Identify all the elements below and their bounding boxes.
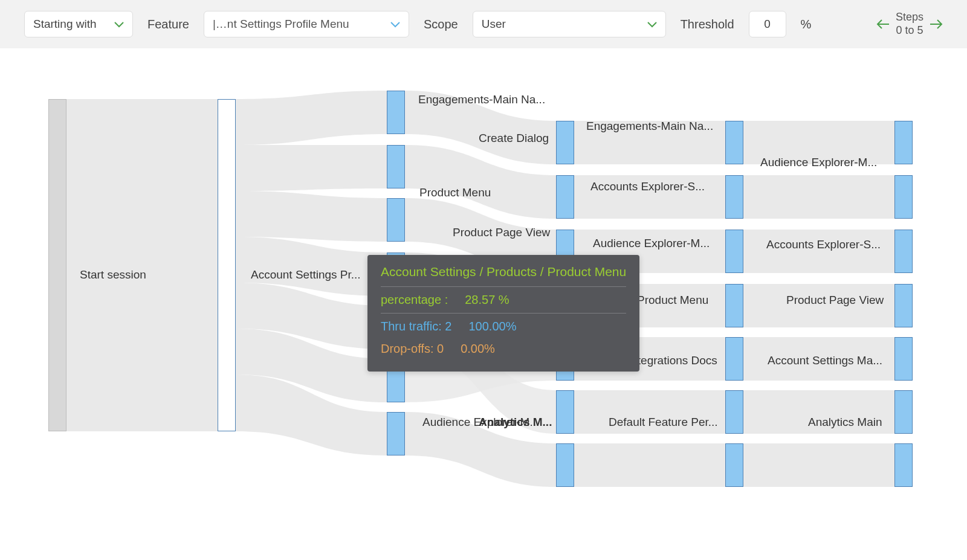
starting-label: Starting with <box>33 18 97 31</box>
sankey-node-label: Default Feature Per... <box>609 416 718 429</box>
sankey-node[interactable] <box>556 390 574 434</box>
steps-range: 0 to 5 <box>896 24 923 37</box>
tooltip-drop-pct: 0.00% <box>461 342 495 356</box>
sankey-node-label: Engagements-Main Na... <box>418 93 545 106</box>
sankey-node-label: Start session <box>80 268 146 282</box>
scope-value: User <box>482 18 506 31</box>
chevron-down-icon <box>390 18 400 31</box>
sankey-node[interactable] <box>387 412 405 455</box>
sankey-node-label: Engagements-Main Na... <box>586 120 713 133</box>
sankey-node[interactable] <box>725 121 743 164</box>
threshold-value: 0 <box>764 18 771 31</box>
toolbar: Starting with Feature |…nt Settings Prof… <box>0 0 967 48</box>
steps-label: Steps <box>896 11 923 24</box>
feature-label: Feature <box>147 18 189 31</box>
sankey-node-label: Account Settings Ma... <box>768 354 882 367</box>
tooltip-title: Account Settings / Products / Product Me… <box>381 265 626 279</box>
sankey-node[interactable] <box>725 175 743 219</box>
sankey-node-label: Product Menu <box>637 294 708 307</box>
sankey-node[interactable] <box>894 175 913 219</box>
threshold-label: Threshold <box>681 18 734 31</box>
sankey-node[interactable] <box>556 443 574 487</box>
sankey-node[interactable] <box>387 198 405 242</box>
sankey-canvas: Start sessionAccount Settings Pr...Engag… <box>0 48 967 560</box>
sankey-node[interactable] <box>725 230 743 273</box>
tooltip-percentage-value: 28.57 % <box>465 293 509 307</box>
starting-dropdown[interactable]: Starting with <box>24 11 133 37</box>
sankey-node-label: Product Page View <box>786 294 884 307</box>
scope-dropdown[interactable]: User <box>473 11 666 37</box>
tooltip-thru-pct: 100.00% <box>468 320 516 333</box>
sankey-node[interactable] <box>894 390 913 434</box>
sankey-node[interactable] <box>725 337 743 381</box>
sankey-node-label: Analytics M... <box>479 416 552 429</box>
sankey-node-label: Accounts Explorer-S... <box>766 238 881 251</box>
sankey-node[interactable] <box>387 91 405 134</box>
sankey-node[interactable] <box>894 284 913 327</box>
sankey-node[interactable] <box>725 284 743 327</box>
sankey-node[interactable] <box>894 121 913 164</box>
sankey-node[interactable] <box>894 337 913 381</box>
scope-label: Scope <box>424 18 458 31</box>
sankey-node[interactable] <box>894 230 913 273</box>
sankey-node[interactable] <box>218 99 236 431</box>
sankey-node-label: Audience Explorer-M... <box>593 237 710 250</box>
sankey-node-label: Account Settings Pr... <box>251 268 361 282</box>
tooltip-thru-label: Thru traffic: 2 <box>381 320 451 333</box>
sankey-node[interactable] <box>725 390 743 434</box>
tooltip-percentage-label: percentage : <box>381 293 448 307</box>
sankey-node-label: Integrations Docs <box>628 354 717 367</box>
sankey-node-label: Product Page View <box>453 226 550 239</box>
sankey-node[interactable] <box>48 99 66 431</box>
sankey-node[interactable] <box>556 121 574 164</box>
threshold-unit: % <box>801 18 812 31</box>
node-tooltip: Account Settings / Products / Product Me… <box>367 255 639 372</box>
steps-control: Steps 0 to 5 <box>876 11 943 37</box>
sankey-node-label: Create Dialog <box>479 132 549 145</box>
sankey-node[interactable] <box>894 443 913 487</box>
chevron-down-icon <box>114 18 124 31</box>
sankey-node[interactable] <box>556 175 574 219</box>
tooltip-drop-label: Drop-offs: 0 <box>381 342 444 356</box>
chevron-down-icon <box>647 18 657 31</box>
steps-prev-arrow[interactable] <box>876 18 890 31</box>
sankey-node[interactable] <box>387 145 405 188</box>
steps-next-arrow[interactable] <box>930 18 943 31</box>
sankey-node-label: Analytics Main <box>808 416 882 429</box>
sankey-node-label: Accounts Explorer-S... <box>590 180 705 193</box>
sankey-node[interactable] <box>725 443 743 487</box>
feature-value: |…nt Settings Profile Menu <box>213 18 386 31</box>
sankey-node-label: Audience Explorer-M... <box>760 156 877 169</box>
threshold-input[interactable]: 0 <box>749 11 786 37</box>
sankey-node-label: Product Menu <box>419 186 491 199</box>
feature-dropdown[interactable]: |…nt Settings Profile Menu <box>204 11 409 37</box>
